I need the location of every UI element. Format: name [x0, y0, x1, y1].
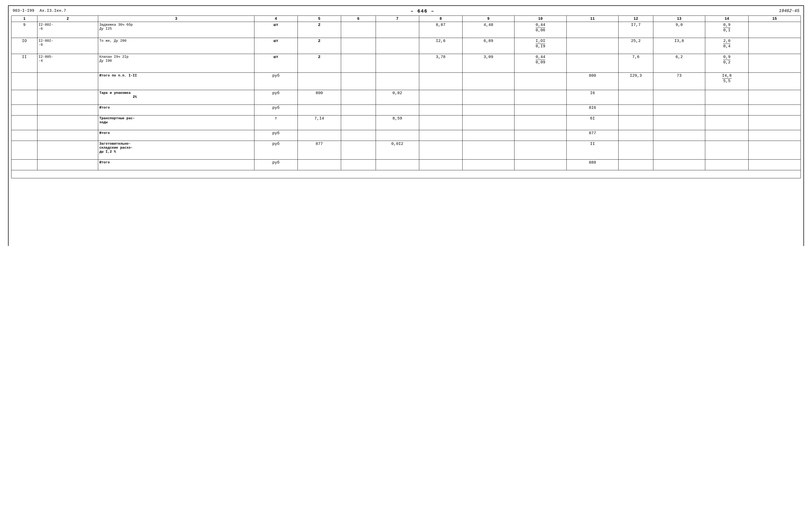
row-10-c14-den: 0,4 — [723, 44, 730, 49]
pack1-c9 — [462, 90, 514, 105]
sum1-c15 — [749, 73, 801, 90]
stor2-c6 — [341, 160, 376, 170]
pack1-unit: руб — [254, 90, 298, 105]
pack1-c6 — [341, 90, 376, 105]
row-10-c12: 25,2 — [619, 38, 653, 54]
pack2-label: Итого — [98, 105, 254, 115]
page-number: – 646 – — [66, 9, 779, 14]
sum1-unit: руб — [254, 73, 298, 90]
pack2-c10 — [514, 105, 567, 115]
stor1-c9 — [462, 141, 514, 160]
stor1-c15 — [749, 141, 801, 160]
table-row-10: IO I2-802--8 То же, Ду 200 шт 2 I2,6 6,8… — [12, 38, 801, 54]
empty-row — [12, 170, 801, 178]
stor1-c2 — [37, 141, 98, 160]
row-10-numerator: I,OI — [536, 39, 545, 44]
row-11-c9: 3,09 — [462, 54, 514, 73]
trans2-c12 — [619, 130, 653, 141]
row-10-fraction: I,OI 0,I9 — [536, 39, 545, 49]
table-row-9: 9 I2-802--6 Задвижка 30ч 6брДу I25 шт 2 … — [12, 22, 801, 38]
row-9-c7 — [376, 22, 419, 38]
row-9-code: I2-802--6 — [37, 22, 98, 38]
stor1-c10 — [514, 141, 567, 160]
storage-row-1: Заготовительно-складские расхо-ды I,2 % … — [12, 141, 801, 160]
row-9-desc: Задвижка 30ч 6брДу I25 — [98, 22, 254, 38]
stor2-c2 — [37, 160, 98, 170]
trans2-label: Итого — [98, 130, 254, 141]
col-10-header: 10 — [514, 16, 567, 22]
sum1-num: I4,8 — [722, 73, 732, 79]
sum1-c1 — [12, 73, 37, 90]
row-11-num: II — [12, 54, 37, 73]
col-1-header: 1 — [12, 16, 37, 22]
trans1-c8 — [419, 115, 462, 130]
row-10-c15 — [749, 38, 801, 54]
row-9-unit: шт — [254, 22, 298, 38]
serial-num: 19462·45 — [779, 9, 799, 13]
sum1-den: 5,5 — [722, 79, 732, 83]
row-11-qty: 2 — [298, 54, 341, 73]
row-10-c6 — [341, 38, 376, 54]
stor2-c15 — [749, 160, 801, 170]
row-9-c15 — [749, 22, 801, 38]
row-11-fraction: 0,44 0,09 — [536, 55, 545, 65]
trans1-c12 — [619, 115, 653, 130]
pack1-c2 — [37, 90, 98, 105]
top-bar: 903-I-I99 Ах.I3.Iкн.7 – 646 – 19462·45 — [11, 9, 801, 14]
col-9-header: 9 — [462, 16, 514, 22]
row-9-c11 — [567, 22, 619, 38]
row-10-num: IO — [12, 38, 37, 54]
stor2-label: Итого — [98, 160, 254, 170]
col-7-header: 7 — [376, 16, 419, 22]
transport-row-1: Транспортные рас-ходы т 7,I4 8,59 6I — [12, 115, 801, 130]
trans1-qty: 7,I4 — [298, 115, 341, 130]
col-15-header: 15 — [749, 16, 801, 22]
row-11-c6 — [341, 54, 376, 73]
row-9-c10: 0,44 0,06 — [514, 22, 567, 38]
storage-row-2: Итого руб 888 — [12, 160, 801, 170]
trans2-c11: 877 — [567, 130, 619, 141]
sum1-c14: I4,8 5,5 — [705, 73, 749, 90]
pack1-c1 — [12, 90, 37, 105]
row-9-num: 9 — [12, 22, 37, 38]
stor2-c1 — [12, 160, 37, 170]
stor2-c7 — [376, 160, 419, 170]
row-9-denominator: 0,06 — [536, 28, 545, 33]
page-wrapper: 903-I-I99 Ах.I3.Iкн.7 – 646 – 19462·45 1… — [8, 5, 804, 246]
pack1-c11: I6 — [567, 90, 619, 105]
row-9-c14-den: 0,I — [723, 28, 730, 33]
row-9-numerator: 0,44 — [536, 23, 545, 28]
trans2-unit: руб — [254, 130, 298, 141]
stor2-c14 — [705, 160, 749, 170]
trans1-c15 — [749, 115, 801, 130]
main-table: 1 2 3 4 5 6 7 8 9 10 11 12 13 14 15 9 I2… — [11, 16, 801, 178]
row-11-c14-den: 0,2 — [723, 60, 730, 65]
row-9-c12: I7,7 — [619, 22, 653, 38]
row-11-c10: 0,44 0,09 — [514, 54, 567, 73]
row-11-c14: 0,9 0,2 — [705, 54, 749, 73]
pack1-c13 — [653, 90, 705, 105]
trans2-c15 — [749, 130, 801, 141]
pack2-c6 — [341, 105, 376, 115]
stor1-c1 — [12, 141, 37, 160]
row-10-denominator: 0,I9 — [536, 44, 545, 49]
stor1-c8 — [419, 141, 462, 160]
pack2-unit: руб — [254, 105, 298, 115]
trans2-c10 — [514, 130, 567, 141]
empty-cell — [12, 170, 801, 178]
sum1-c7 — [376, 73, 419, 90]
table-row-11: II I2-805--4 Клапан I9ч 2IрДу I00 шт 2 3… — [12, 54, 801, 73]
row-10-c8: I2,6 — [419, 38, 462, 54]
trans1-c11: 6I — [567, 115, 619, 130]
row-10-desc: То же, Ду 200 — [98, 38, 254, 54]
pack1-c12 — [619, 90, 653, 105]
pack1-label: Тара и упаковка 2% — [98, 90, 254, 105]
row-9-c8: 8,87 — [419, 22, 462, 38]
doc-id: 903-I-I99 — [13, 9, 34, 13]
col-14-header: 14 — [705, 16, 749, 22]
summary-row-1: Итого по п.п. I-II руб 800 I29,3 73 I4,8… — [12, 73, 801, 90]
sum1-fraction: I4,8 5,5 — [722, 73, 732, 83]
row-11-c14-num: 0,9 — [723, 55, 730, 60]
sum1-c13: 73 — [653, 73, 705, 90]
trans1-c1 — [12, 115, 37, 130]
